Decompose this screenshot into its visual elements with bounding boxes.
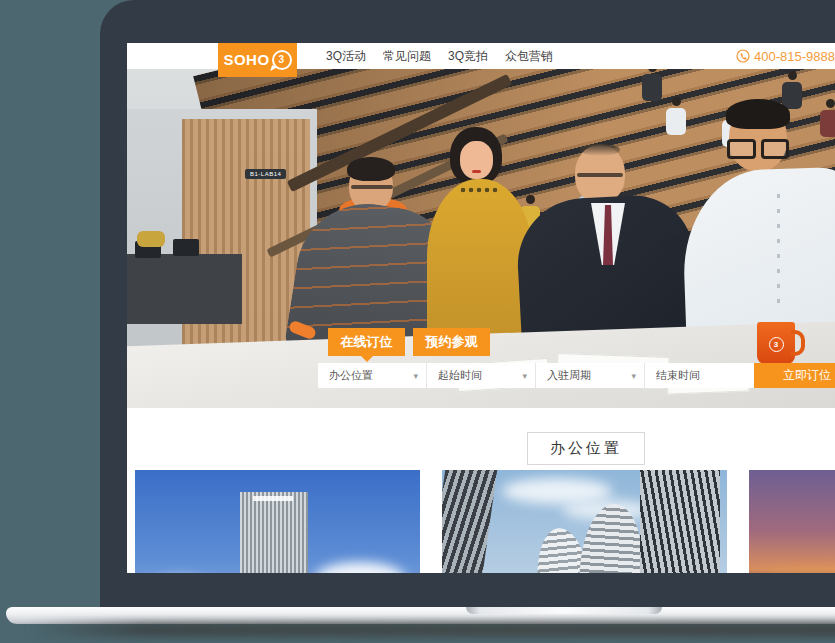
city-lights-glow <box>759 568 835 573</box>
booking-field-location[interactable]: 办公位置 ▾ <box>318 363 427 388</box>
tab-visit-appointment[interactable]: 预约参观 <box>413 328 490 356</box>
booking-field-end-time[interactable]: 结束时间 <box>645 363 754 388</box>
nav-item-crowd-marketing[interactable]: 众包营销 <box>505 48 553 65</box>
booking-bar: 办公位置 ▾ 起始时间 ▾ 入驻周期 ▾ 结束时间 立即订位 <box>318 363 835 388</box>
tab-online-booking[interactable]: 在线订位 <box>328 328 405 356</box>
nav-item-auction[interactable]: 3Q竞拍 <box>448 48 488 65</box>
logo[interactable]: SOHO 3 <box>218 43 297 77</box>
booking-field-period[interactable]: 入驻周期 ▾ <box>536 363 645 388</box>
nav-item-activities[interactable]: 3Q活动 <box>326 48 366 65</box>
laptop-shadow <box>28 622 835 637</box>
booking-field-label: 办公位置 <box>329 368 373 383</box>
booking-submit-button[interactable]: 立即订位 <box>754 363 835 388</box>
header-phone[interactable]: 400-815-9888 <box>736 43 835 69</box>
skyscraper-illustration <box>240 492 308 573</box>
booking-field-label: 起始时间 <box>438 368 482 383</box>
office-locations-section: 办公位置 <box>127 408 835 573</box>
glasses-icon <box>727 139 789 155</box>
orange-mug: 3 <box>757 322 795 364</box>
building-facade-illustration <box>442 470 497 573</box>
location-card-dusk-skyline[interactable] <box>749 470 835 573</box>
page-background: 3Q活动 常见问题 3Q竞拍 众包营销 400-815-9888 SOHO 3 <box>0 0 835 643</box>
nav-item-faq[interactable]: 常见问题 <box>383 48 431 65</box>
logo-text: SOHO <box>223 51 269 68</box>
chevron-down-icon: ▾ <box>631 371 636 381</box>
booking-field-label: 结束时间 <box>656 368 700 383</box>
main-nav: 3Q活动 常见问题 3Q竞拍 众包营销 <box>326 43 553 69</box>
skyscraper-signage <box>253 496 293 501</box>
background-person <box>817 99 835 145</box>
laptop-screen-content: 3Q活动 常见问题 3Q竞拍 众包营销 400-815-9888 SOHO 3 <box>127 43 835 573</box>
hero-tabs: 在线订位 预约参观 <box>328 328 490 356</box>
laptop-lid-groove <box>466 607 662 614</box>
logo-3q-badge-icon: 3 <box>272 50 292 70</box>
background-person <box>639 69 665 109</box>
location-cards <box>135 470 835 573</box>
hero-desk <box>127 254 242 324</box>
building-facade-illustration <box>640 470 720 573</box>
booking-field-start-time[interactable]: 起始时间 ▾ <box>427 363 536 388</box>
monitor-icon <box>173 239 199 256</box>
cloud-icon <box>315 562 405 573</box>
phone-icon <box>736 49 750 63</box>
phone-number: 400-815-9888 <box>754 49 835 64</box>
location-card-curved-towers[interactable] <box>442 470 727 573</box>
chevron-down-icon: ▾ <box>522 371 527 381</box>
location-card-blue-sky-tower[interactable] <box>135 470 420 573</box>
section-title: 办公位置 <box>527 432 645 465</box>
room-sign: B1-LAB14 <box>245 169 286 179</box>
background-person <box>663 97 689 143</box>
hero-yellow-chair <box>137 231 165 247</box>
chevron-down-icon: ▾ <box>413 371 418 381</box>
hero-image: B1-LAB14 <box>127 69 835 408</box>
booking-field-label: 入驻周期 <box>547 368 591 383</box>
